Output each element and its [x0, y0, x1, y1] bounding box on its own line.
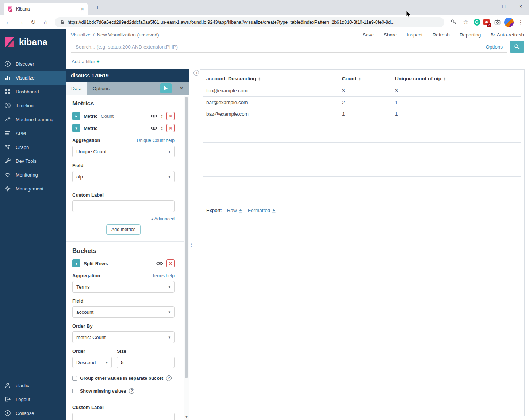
custom-label-input[interactable]: [72, 200, 175, 212]
table-row: bar@example.com 2 1: [203, 97, 521, 108]
password-key-icon[interactable]: [448, 17, 459, 28]
sidebar-item-machine-learning[interactable]: Machine Learning: [0, 112, 66, 126]
disable-eye-icon[interactable]: [150, 114, 157, 118]
chevron-right-icon[interactable]: ▸: [72, 112, 80, 120]
forward-button[interactable]: →: [15, 17, 26, 28]
disable-eye-icon[interactable]: [156, 261, 163, 266]
search-input[interactable]: [76, 44, 482, 50]
extension-with-badge-icon[interactable]: 6: [482, 18, 490, 26]
bucket-aggregation-select[interactable]: Terms ▾: [72, 281, 175, 293]
close-button[interactable]: ×: [512, 0, 529, 13]
tab-options[interactable]: Options: [87, 82, 115, 95]
bucket-field-select[interactable]: account ▾: [72, 306, 175, 318]
sidebar-item-logout[interactable]: Logout: [0, 392, 66, 406]
tab-data[interactable]: Data: [66, 82, 87, 95]
sidebar-item-discover[interactable]: Discover: [0, 57, 66, 71]
auto-refresh-button[interactable]: ↻ Auto-refresh: [491, 32, 524, 38]
minimize-button[interactable]: –: [479, 0, 495, 13]
browser-tab[interactable]: Kibana ×: [4, 3, 88, 15]
caret-down-icon: ▾: [106, 360, 108, 365]
kibana-logo-icon: [4, 36, 15, 47]
advanced-toggle-link[interactable]: ◂ Advanced: [151, 216, 175, 221]
remove-metric-icon[interactable]: ×: [166, 124, 175, 132]
sidebar-item-elastic-user[interactable]: elastic: [0, 378, 66, 392]
save-button[interactable]: Save: [363, 32, 374, 38]
sidebar-item-dev-tools[interactable]: Dev Tools: [0, 154, 66, 168]
sidebar-item-collapse[interactable]: Collapse: [0, 406, 66, 420]
sidebar-item-dashboard[interactable]: Dashboard: [0, 85, 66, 99]
bucket-custom-label-input[interactable]: [72, 413, 175, 420]
size-label: Size: [117, 348, 126, 354]
sidebar-item-visualize[interactable]: Visualize: [0, 71, 66, 85]
browser-menu-icon[interactable]: ⋮: [515, 17, 526, 28]
maximize-button[interactable]: □: [495, 0, 512, 13]
panel-resize-handle[interactable]: ⋮: [189, 69, 193, 420]
management-gear-icon: [4, 185, 11, 192]
extension-badge: 6: [487, 23, 491, 27]
sidebar-item-monitoring[interactable]: Monitoring: [0, 168, 66, 182]
reorder-updown-icon[interactable]: ↕: [161, 113, 163, 119]
export-raw-link[interactable]: Raw: [227, 208, 243, 213]
tab-close-icon[interactable]: ×: [81, 6, 84, 12]
remove-metric-icon[interactable]: ×: [166, 112, 175, 120]
terms-help-link[interactable]: Terms help: [152, 273, 175, 278]
column-header-count[interactable]: Count▲▼: [339, 73, 392, 85]
refresh-button[interactable]: Refresh: [433, 32, 450, 38]
collapse-editor-toggle[interactable]: ◂: [193, 70, 199, 76]
caret-down-icon: ▾: [168, 285, 170, 289]
profile-avatar[interactable]: [504, 18, 514, 27]
kibana-logo-text: kibana: [19, 37, 47, 47]
order-by-select[interactable]: metric: Count ▾: [72, 331, 175, 343]
back-button[interactable]: ←: [3, 17, 14, 28]
field-select[interactable]: oip ▾: [72, 171, 175, 182]
reorder-updown-icon[interactable]: ↕: [161, 125, 163, 131]
new-tab-button[interactable]: +: [93, 3, 102, 13]
table-empty-row: [203, 177, 521, 188]
order-select[interactable]: Descend ▾: [72, 357, 112, 368]
share-button[interactable]: Share: [384, 32, 397, 38]
url-bar[interactable]: https://d81bdc7d6a6ecd289ed2ddcfa0aa5f61…: [55, 17, 444, 27]
sidebar-spacer: [0, 196, 66, 378]
help-question-icon[interactable]: ?: [166, 375, 172, 381]
add-metrics-button[interactable]: Add metrics: [106, 224, 141, 235]
aggregation-help-link[interactable]: Unique Count help: [137, 138, 175, 143]
group-other-checkbox[interactable]: [72, 376, 77, 381]
show-missing-checkbox[interactable]: [72, 389, 77, 393]
sidebar-item-graph[interactable]: Graph: [0, 140, 66, 154]
caret-down-icon: ▾: [168, 310, 170, 315]
help-question-icon[interactable]: ?: [129, 388, 134, 394]
add-filter-link[interactable]: Add a filter+: [72, 59, 99, 64]
disable-eye-icon[interactable]: [150, 126, 157, 130]
export-formatted-link[interactable]: Formatted: [248, 208, 276, 213]
chevron-down-icon[interactable]: ▾: [72, 259, 80, 267]
lock-icon: [60, 20, 65, 25]
search-box: Options: [71, 41, 507, 53]
aggregation-select[interactable]: Unique Count ▾: [72, 146, 175, 157]
sort-icon: ▲▼: [258, 77, 261, 81]
search-icon: [514, 44, 520, 50]
search-submit-button[interactable]: [510, 41, 524, 53]
sidebar-item-timelion[interactable]: Timelion: [0, 99, 66, 112]
sidebar-item-apm[interactable]: APM: [0, 126, 66, 140]
chevron-down-icon[interactable]: ▾: [72, 124, 80, 132]
sidebar-item-management[interactable]: Management: [0, 182, 66, 196]
apply-changes-button[interactable]: [160, 83, 172, 93]
reporting-button[interactable]: Reporting: [460, 32, 481, 38]
visualization-editor-panel: discuss-170619 Data Options × Metrics ▸ …: [66, 69, 189, 420]
scrollbar-thumb[interactable]: [185, 97, 188, 378]
query-options-link[interactable]: Options: [486, 44, 503, 50]
bookmark-star-icon[interactable]: ☆: [460, 17, 471, 28]
reload-button[interactable]: ↻: [28, 17, 39, 28]
size-input[interactable]: [117, 357, 175, 368]
discard-changes-icon[interactable]: ×: [180, 85, 183, 92]
remove-bucket-icon[interactable]: ×: [166, 259, 175, 267]
column-header-unique-count[interactable]: Unique count of oip▲▼: [392, 73, 521, 85]
scrollbar-down-arrow[interactable]: ▼: [184, 415, 189, 420]
column-header-account[interactable]: account: Descending▲▼: [203, 73, 339, 85]
table-cell: 1: [339, 108, 392, 120]
screenshot-camera-icon[interactable]: [492, 17, 503, 28]
home-button[interactable]: ⌂: [40, 17, 51, 28]
breadcrumb-visualize-link[interactable]: Visualize: [71, 32, 91, 38]
grammarly-extension-icon[interactable]: G: [473, 18, 481, 26]
inspect-button[interactable]: Inspect: [407, 32, 423, 38]
